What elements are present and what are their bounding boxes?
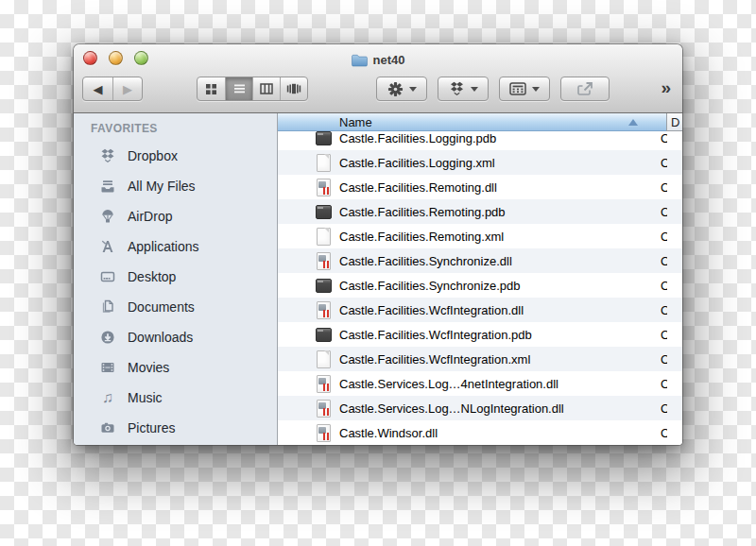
arrange-menu-button[interactable] (499, 77, 550, 101)
titlebar[interactable]: net40 (74, 44, 682, 71)
sidebar-item-label: Movies (128, 360, 169, 375)
applications-icon (98, 239, 117, 254)
camera-icon (98, 420, 117, 435)
list-view-button[interactable] (225, 77, 252, 100)
date-fragment: O (661, 279, 667, 293)
sidebar-item-label: All My Files (128, 179, 196, 194)
sidebar-item-label: Desktop (128, 269, 176, 284)
navigation-buttons: ◀ ▶ (82, 77, 143, 101)
share-icon (576, 81, 593, 96)
sidebar-item-music[interactable]: ♫ Music (74, 383, 277, 413)
file-name: Castle.Facilities.Synchronize.dll (339, 254, 512, 268)
file-name: Castle.Services.Log…4netIntegration.dll (339, 377, 558, 391)
file-row[interactable]: Castle.Facilities.Logging.pdb O (278, 131, 682, 150)
file-row[interactable]: Castle.Facilities.Synchronize.dll O (278, 248, 682, 273)
pdb-file-icon (315, 203, 331, 220)
date-fragment: O (661, 328, 667, 342)
sidebar-item-label: Applications (128, 239, 199, 254)
sidebar-item-dropbox[interactable]: Dropbox (74, 141, 277, 171)
file-row[interactable]: Castle.Facilities.Remoting.pdb O (278, 199, 682, 224)
documents-icon (98, 299, 117, 315)
share-button[interactable] (560, 77, 610, 101)
sidebar-item-label: AirDrop (128, 209, 172, 224)
file-row[interactable]: Castle.Facilities.Remoting.dll O (278, 175, 682, 199)
zoom-button[interactable] (134, 51, 148, 65)
icon-view-button[interactable] (198, 77, 225, 100)
file-name: Castle.Facilities.Remoting.xml (339, 230, 504, 244)
minimize-button[interactable] (109, 51, 123, 65)
dll-file-icon (315, 252, 331, 269)
chevron-down-icon (471, 87, 478, 92)
file-name: Castle.Facilities.WcfIntegration.pdb (339, 328, 532, 342)
window-title: net40 (373, 53, 405, 67)
close-button[interactable] (83, 51, 97, 65)
file-rows: Castle.Facilities.Logging.pdb O Castle.F… (278, 131, 682, 445)
dropbox-menu-button[interactable] (438, 77, 489, 101)
date-fragment: O (661, 401, 667, 416)
desktop-icon (98, 269, 117, 284)
gear-icon (387, 81, 404, 97)
column-view-icon (260, 83, 273, 94)
dll-file-icon (315, 179, 331, 196)
file-name: Castle.Facilities.WcfIntegration.dll (339, 303, 524, 317)
date-fragment: O (661, 352, 667, 367)
file-row[interactable]: Castle.Facilities.Logging.xml O (278, 150, 682, 175)
date-column-header[interactable]: D (666, 113, 682, 131)
column-view-button[interactable] (252, 77, 280, 100)
chevron-down-icon (532, 87, 540, 92)
date-fragment: O (661, 180, 667, 195)
toolbar: ◀ ▶ (74, 71, 682, 113)
file-row[interactable]: Castle.Facilities.Synchronize.pdb O (278, 273, 682, 298)
window-title-group: net40 (74, 48, 682, 67)
date-fragment: O (661, 303, 667, 317)
all-my-files-icon (98, 179, 117, 194)
icon-view-icon (205, 83, 217, 95)
sidebar-item-label: Documents (128, 299, 195, 315)
date-fragment: O (661, 131, 667, 145)
back-arrow-icon: ◀ (94, 83, 103, 95)
name-column-header[interactable]: Name (278, 113, 666, 131)
file-row[interactable]: Castle.Services.Log…NLogIntegration.dll … (278, 396, 682, 420)
dll-file-icon (315, 375, 331, 392)
file-name: Castle.Facilities.Remoting.pdb (339, 205, 506, 219)
sidebar-item-airdrop[interactable]: AirDrop (74, 201, 277, 231)
file-row[interactable]: Castle.Facilities.Remoting.xml O (278, 224, 682, 248)
pdb-file-icon (315, 277, 331, 294)
file-row[interactable]: Castle.Facilities.WcfIntegration.pdb O (278, 322, 682, 347)
dll-file-icon (315, 424, 331, 441)
sidebar-item-pictures[interactable]: Pictures (74, 413, 277, 443)
forward-button[interactable]: ▶ (112, 77, 142, 100)
action-menu-button[interactable] (376, 77, 427, 101)
sidebar-item-documents[interactable]: Documents (74, 292, 277, 322)
file-row[interactable]: Castle.Services.Log…4netIntegration.dll … (278, 371, 682, 396)
dll-file-icon (315, 301, 331, 318)
date-fragment: O (661, 205, 667, 219)
sidebar-section-label: FAVORITES (74, 122, 277, 135)
list-header: Name D (278, 113, 682, 131)
pdb-file-icon (315, 326, 331, 343)
sidebar-item-applications[interactable]: Applications (74, 231, 277, 262)
file-row[interactable]: Castle.Facilities.WcfIntegration.xml O (278, 347, 682, 371)
list-view-icon (233, 83, 246, 95)
back-button[interactable]: ◀ (83, 77, 112, 100)
date-fragment: O (661, 426, 667, 440)
arrange-icon (509, 82, 526, 95)
date-fragment: O (661, 156, 667, 170)
movies-icon (98, 360, 117, 375)
file-name: Castle.Services.Log…NLogIntegration.dll (339, 401, 564, 416)
toolbar-overflow-button[interactable]: » (661, 77, 675, 98)
sidebar-item-movies[interactable]: Movies (74, 352, 277, 383)
name-column-label: Name (339, 115, 372, 129)
sidebar-item-downloads[interactable]: Downloads (74, 322, 277, 352)
pdb-file-icon (315, 131, 331, 146)
date-fragment: O (661, 230, 667, 244)
coverflow-view-button[interactable] (280, 77, 307, 100)
file-row[interactable]: Castle.Windsor.dll O (278, 420, 682, 445)
sort-ascending-icon (628, 119, 638, 126)
file-rows-viewport[interactable]: Castle.Facilities.Logging.pdb O Castle.F… (278, 131, 682, 445)
folder-icon (352, 54, 368, 67)
finder-window: net40 ◀ ▶ (74, 44, 682, 445)
sidebar-item-desktop[interactable]: Desktop (74, 262, 277, 292)
sidebar-item-all-my-files[interactable]: All My Files (74, 171, 277, 201)
file-row[interactable]: Castle.Facilities.WcfIntegration.dll O (278, 298, 682, 322)
